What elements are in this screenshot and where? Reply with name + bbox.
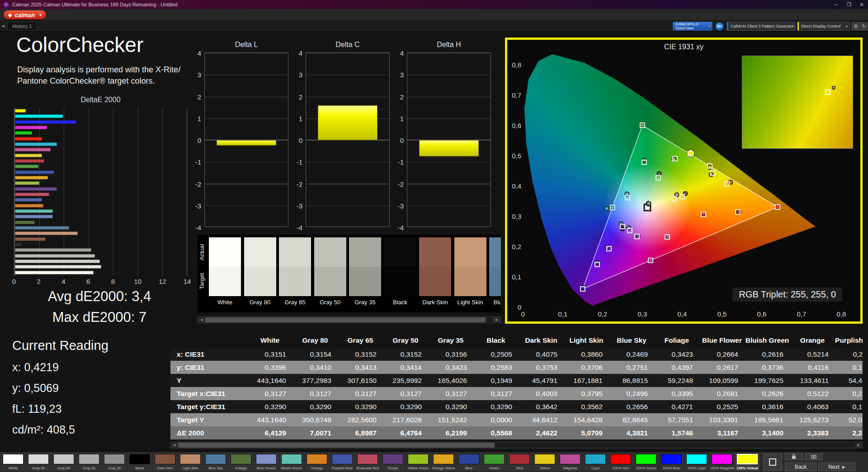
deltae-bar <box>15 142 57 146</box>
pattern-swatch[interactable]: 100% Blue <box>659 453 684 471</box>
delta-axis-tick: 2 <box>389 93 404 100</box>
back-button[interactable]: Back <box>785 463 816 471</box>
display-control-dropdown[interactable]: Direct Display Control ▾ <box>797 22 850 31</box>
pattern-swatch[interactable]: Gray 80 <box>26 453 51 471</box>
table-cell: 1,5746 <box>654 429 699 437</box>
pattern-swatch[interactable]: Orange <box>305 453 329 471</box>
pattern-swatch-label: Orange Yellow <box>431 466 456 470</box>
patch-swatch[interactable]: Gray 50 <box>314 237 346 306</box>
scrollbar-thumb[interactable] <box>178 443 495 448</box>
deltae-chart-title: DeltaE 2000 <box>14 96 187 104</box>
pattern-swatch[interactable]: Gray 35 <box>102 453 127 471</box>
pattern-swatch-label: 100% Blue <box>659 466 684 470</box>
table-cell: 0,3290 <box>338 403 383 411</box>
pattern-generator-dropdown[interactable]: CalMAN Client 3 Pattern Generator ▾ <box>727 22 796 31</box>
window-title: Calman 2025 Calman Ultimate for Business… <box>12 2 178 7</box>
cie-point-target <box>710 170 716 176</box>
pattern-swatch[interactable]: Foliage <box>229 453 253 471</box>
app-logo-icon <box>3 2 9 8</box>
pattern-swatch[interactable]: 100% Magenta <box>710 453 734 471</box>
patch-label: Dark Skin <box>419 299 451 306</box>
patch-target-color <box>209 267 241 296</box>
meter-status-badge[interactable]: 707 <box>715 22 724 31</box>
pattern-swatch[interactable]: Yellow Green <box>406 453 430 471</box>
delta-axis-tick: 4 <box>288 49 302 57</box>
pattern-swatch[interactable]: Cyan <box>583 453 608 471</box>
pattern-swatch[interactable]: Blue Sky <box>203 453 228 471</box>
pattern-swatch-label: Magenta <box>558 466 582 470</box>
capture-button[interactable] <box>805 453 823 460</box>
delta-axis-tick: 1 <box>389 114 404 122</box>
cie-point-target <box>606 246 612 251</box>
tab-history-1[interactable]: History 1 <box>7 22 37 31</box>
close-button[interactable]: ✕ <box>855 0 868 9</box>
scroll-right-icon[interactable]: ► <box>494 317 500 322</box>
deltae-bar <box>15 131 32 135</box>
pattern-swatch[interactable]: Blue Flower <box>254 453 278 471</box>
pattern-swatch[interactable]: 100% Yellow <box>735 453 760 471</box>
table-cell: 0,2114 <box>835 350 863 359</box>
cie-x-tick: 0,8 <box>837 310 846 318</box>
chevron-down-icon: ▾ <box>707 24 712 28</box>
pattern-swatch[interactable]: Green <box>482 453 506 471</box>
meter-dropdown[interactable]: X-Rite i1Pro 3 Direct View ▾ <box>673 22 712 31</box>
pattern-swatch[interactable]: Gray 50 <box>77 453 101 471</box>
pattern-swatch[interactable]: Dark Skin <box>153 453 177 471</box>
pattern-swatch[interactable]: Yellow <box>533 453 557 471</box>
pattern-swatch[interactable]: Blue <box>457 453 481 471</box>
refresh-button[interactable]: ↻ <box>860 22 868 30</box>
scroll-right-icon[interactable]: ► <box>855 443 862 448</box>
tab-bar: ◀ History 1 X-Rite i1Pro 3 Direct View ▾… <box>0 21 868 32</box>
delta-bar <box>318 105 377 140</box>
pattern-swatch[interactable]: Red <box>507 453 532 471</box>
settings-button[interactable]: ⚙ <box>852 22 860 30</box>
pattern-swatch[interactable]: Gray 65 <box>52 453 76 471</box>
cie-point-target <box>625 195 630 200</box>
pattern-swatch[interactable]: 100% Red <box>609 453 633 471</box>
pattern-swatch-color <box>256 454 277 464</box>
patch-swatch[interactable]: Dark Skin <box>419 237 451 306</box>
patch-strip-scrollbar[interactable]: ◄ ► <box>198 316 501 323</box>
table-cell: 0,3860 <box>564 350 609 359</box>
pattern-swatch[interactable]: Magenta <box>558 453 582 471</box>
patch-swatch[interactable]: Blue Sky <box>489 237 501 306</box>
pattern-swatch-label: Cyan <box>583 466 608 470</box>
table-cell: 0,3127 <box>428 390 473 398</box>
patch-swatch[interactable]: Black <box>384 237 416 306</box>
pattern-swatch[interactable]: Purplish Blue <box>330 453 354 471</box>
cie-point-target <box>640 123 645 128</box>
pattern-swatch[interactable]: 100% Green <box>634 453 658 471</box>
patch-target-color <box>279 267 311 296</box>
cie-point-current <box>688 150 694 156</box>
patch-swatch[interactable]: Gray 80 <box>244 237 276 306</box>
lock-button[interactable] <box>785 453 803 460</box>
pattern-swatch[interactable]: Purple <box>381 453 405 471</box>
patch-swatch[interactable]: Gray 65 <box>279 237 311 306</box>
next-button[interactable]: Next ▶ <box>818 463 855 471</box>
table-cell: 0,2656 <box>609 403 654 411</box>
pattern-swatch-label: Orange <box>305 466 329 470</box>
pattern-swatch[interactable]: 100% Cyan <box>684 453 709 471</box>
scrollbar-thumb[interactable] <box>205 317 486 322</box>
table-scrollbar[interactable]: ◄ ► <box>170 442 863 448</box>
pattern-window-button[interactable] <box>763 453 782 471</box>
scroll-left-icon[interactable]: ◄ <box>171 443 178 448</box>
pattern-swatch[interactable]: Orange Yellow <box>431 453 456 471</box>
maximize-button[interactable]: ❐ <box>843 0 855 9</box>
tab-scroll-left-icon[interactable]: ◀ <box>1 24 5 28</box>
deltae-bar <box>15 254 95 258</box>
deltae-axis-tick: 12 <box>159 278 166 285</box>
scroll-left-icon[interactable]: ◄ <box>198 317 205 322</box>
calman-menu-button[interactable]: ◈ calman ▾ <box>4 10 46 19</box>
pattern-swatch[interactable]: Light Skin <box>178 453 203 471</box>
pattern-swatch[interactable]: Bluish Green <box>279 453 304 471</box>
pattern-swatch[interactable]: Moderate Red <box>355 453 380 471</box>
patch-swatch[interactable]: Gray 35 <box>349 237 381 306</box>
pattern-swatch[interactable]: White <box>1 453 25 471</box>
patch-swatch[interactable]: White <box>209 237 241 306</box>
cie-x-tick: 0 <box>521 310 525 318</box>
patch-swatch[interactable]: Light Skin <box>454 237 486 306</box>
pattern-swatch[interactable]: Black <box>127 453 152 471</box>
minimize-button[interactable]: ─ <box>830 0 843 9</box>
cie-y-tick: 0,1 <box>509 273 521 281</box>
